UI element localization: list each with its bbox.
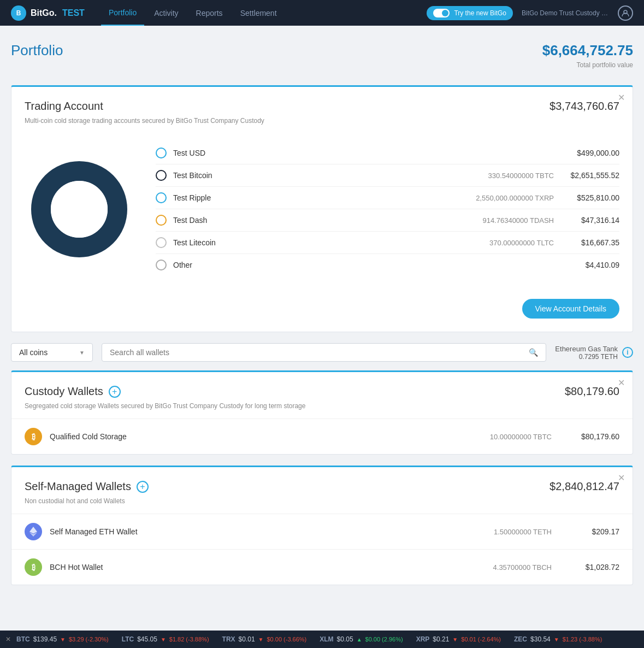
legend-row-usd[interactable]: Test USD $499,000.00 xyxy=(156,142,619,164)
custody-wallets-title: Custody Wallets xyxy=(25,385,103,398)
legend-name-xrp: Test Ripple xyxy=(173,193,456,202)
legend-value-usd: $499,000.00 xyxy=(565,149,619,157)
legend-dot-usd xyxy=(156,148,167,158)
custody-wallets-card: ✕ Custody Wallets + $80,179.60 Segregate… xyxy=(11,370,633,455)
page-header: Portfolio $6,664,752.75 Total portfolio … xyxy=(11,42,633,69)
logo-test: TEST xyxy=(62,8,85,18)
portfolio-value-block: $6,664,752.75 Total portfolio value xyxy=(542,42,633,69)
legend-dot-btc xyxy=(156,170,167,181)
logo-bitgo: BitGo. xyxy=(31,8,57,18)
custody-wallets-subtitle: Segregated cold storage Wallets secured … xyxy=(11,402,633,419)
legend-row-dash[interactable]: Test Dash 914.76340000 TDASH $47,316.14 xyxy=(156,209,619,232)
self-managed-wallets-header: Self-Managed Wallets + $2,840,812.47 xyxy=(11,467,633,497)
wallet-name-qcs: Qualified Cold Storage xyxy=(50,432,442,441)
legend-name-other: Other xyxy=(173,261,456,269)
nav-activity[interactable]: Activity xyxy=(146,0,186,26)
list-item[interactable]: ₿ BCH Hot Wallet 4.35700000 TBCH $1,028.… xyxy=(11,549,633,585)
trading-account-value: $3,743,760.67 xyxy=(550,100,619,113)
list-item[interactable]: Self Managed ETH Wallet 1.50000000 TETH … xyxy=(11,514,633,549)
toggle-switch xyxy=(433,9,450,17)
trading-account-subtitle: Multi-coin cold storage trading accounts… xyxy=(11,117,633,133)
legend-row-btc[interactable]: Test Bitcoin 330.54000000 TBTC $2,651,55… xyxy=(156,164,619,187)
view-details-container: View Account Details xyxy=(11,292,633,332)
account-name: BitGo Demo Trust Custody & ... xyxy=(522,9,609,17)
legend-row-ltc[interactable]: Test Litecoin 370.00000000 TLTC $16,667.… xyxy=(156,232,619,254)
page-title: Portfolio xyxy=(11,42,63,59)
legend-name-ltc: Test Litecoin xyxy=(173,238,456,247)
coin-filter-select[interactable]: All coins ▼ xyxy=(11,343,93,362)
self-managed-wallets-title: Self-Managed Wallets xyxy=(25,480,131,493)
wallet-amount-bch: 4.35700000 TBCH xyxy=(442,563,552,572)
wallet-name-bch: BCH Hot Wallet xyxy=(50,563,442,572)
wallet-icon-bch: ₿ xyxy=(25,558,42,576)
logo: B BitGo. TEST xyxy=(11,5,85,21)
wallet-value-qcs: $80,179.60 xyxy=(565,432,619,441)
legend-row-xrp[interactable]: Test Ripple 2,550,000.000000 TXRP $525,8… xyxy=(156,187,619,209)
legend-amount-ltc: 370.00000000 TLTC xyxy=(456,239,554,247)
self-managed-wallets-subtitle: Non custodial hot and cold Wallets xyxy=(11,497,633,514)
wallet-value-eth: $209.17 xyxy=(565,527,619,536)
self-managed-wallets-close-button[interactable]: ✕ xyxy=(618,473,625,483)
legend-value-other: $4,410.09 xyxy=(565,261,619,269)
wallet-icon-btc: ₿ xyxy=(25,428,42,445)
legend-dot-xrp xyxy=(156,192,167,203)
custody-wallets-add-button[interactable]: + xyxy=(109,386,121,398)
legend-row-other[interactable]: Other $4,410.09 xyxy=(156,254,619,276)
nav-settlement[interactable]: Settlement xyxy=(233,0,285,26)
total-portfolio-value: $6,664,752.75 xyxy=(542,42,633,59)
list-item[interactable]: ₿ Qualified Cold Storage 10.00000000 TBT… xyxy=(11,419,633,454)
legend-name-dash: Test Dash xyxy=(173,216,456,225)
legend-value-xrp: $525,810.00 xyxy=(565,193,619,202)
trading-account-body: Test USD $499,000.00 Test Bitcoin 330.54… xyxy=(11,133,633,292)
gas-tank-value: 0.7295 TETH xyxy=(555,353,618,361)
legend-value-btc: $2,651,555.52 xyxy=(565,171,619,180)
toggle-label: Try the new BitGo xyxy=(454,9,506,17)
gas-tank-label: Ethereum Gas Tank xyxy=(555,345,618,353)
filters-row: All coins ▼ 🔍 Ethereum Gas Tank 0.7295 T… xyxy=(11,343,633,362)
self-managed-wallets-add-button[interactable]: + xyxy=(137,481,149,493)
legend-name-usd: Test USD xyxy=(173,149,456,157)
navbar: B BitGo. TEST Portfolio Activity Reports… xyxy=(0,0,644,26)
gas-tank-info: Ethereum Gas Tank 0.7295 TETH i xyxy=(555,345,633,361)
nav-reports[interactable]: Reports xyxy=(188,0,231,26)
legend-value-dash: $47,316.14 xyxy=(565,216,619,225)
legend-amount-dash: 914.76340000 TDASH xyxy=(456,216,554,225)
nav-right: Try the new BitGo BitGo Demo Trust Custo… xyxy=(427,5,633,21)
search-input[interactable] xyxy=(110,348,524,357)
legend-dot-dash xyxy=(156,215,167,226)
legend-name-btc: Test Bitcoin xyxy=(173,171,456,180)
svg-point-6 xyxy=(51,181,108,238)
wallet-icon-eth xyxy=(25,523,42,540)
page-content: Portfolio $6,664,752.75 Total portfolio … xyxy=(0,26,644,629)
search-icon: 🔍 xyxy=(529,348,538,357)
total-portfolio-label: Total portfolio value xyxy=(542,61,633,69)
custody-wallets-value: $80,179.60 xyxy=(565,385,619,398)
wallet-amount-eth: 1.50000000 TETH xyxy=(442,528,552,536)
self-managed-wallets-value: $2,840,812.47 xyxy=(550,480,619,493)
legend-dot-other xyxy=(156,260,167,270)
wallet-name-eth: Self Managed ETH Wallet xyxy=(50,527,442,536)
trading-account-card: ✕ Trading Account $3,743,760.67 Multi-co… xyxy=(11,85,633,332)
chevron-down-icon: ▼ xyxy=(79,350,85,356)
gas-tank-info-icon[interactable]: i xyxy=(622,347,633,358)
user-avatar-icon[interactable] xyxy=(618,5,633,21)
legend-value-ltc: $16,667.35 xyxy=(565,238,619,247)
trading-account-title: Trading Account xyxy=(25,100,103,113)
view-account-details-button[interactable]: View Account Details xyxy=(522,299,619,319)
legend-dot-ltc xyxy=(156,237,167,248)
nav-portfolio[interactable]: Portfolio xyxy=(101,0,144,26)
nav-links: Portfolio Activity Reports Settlement xyxy=(101,0,427,26)
trading-account-header: Trading Account $3,743,760.67 xyxy=(11,87,633,117)
try-new-bitgo-button[interactable]: Try the new BitGo xyxy=(427,6,513,20)
legend-amount-xrp: 2,550,000.000000 TXRP xyxy=(456,194,554,202)
logo-icon: B xyxy=(11,5,26,21)
pie-chart-container xyxy=(25,142,134,276)
trading-account-close-button[interactable]: ✕ xyxy=(618,92,625,103)
donut-chart xyxy=(25,155,134,264)
gas-tank-text: Ethereum Gas Tank 0.7295 TETH xyxy=(555,345,618,361)
custody-wallets-title-row: Custody Wallets + xyxy=(25,385,121,398)
self-managed-wallets-card: ✕ Self-Managed Wallets + $2,840,812.47 N… xyxy=(11,466,633,585)
legend-amount-btc: 330.54000000 TBTC xyxy=(456,172,554,180)
custody-wallets-close-button[interactable]: ✕ xyxy=(618,378,625,388)
pie-legend: Test USD $499,000.00 Test Bitcoin 330.54… xyxy=(156,142,619,276)
